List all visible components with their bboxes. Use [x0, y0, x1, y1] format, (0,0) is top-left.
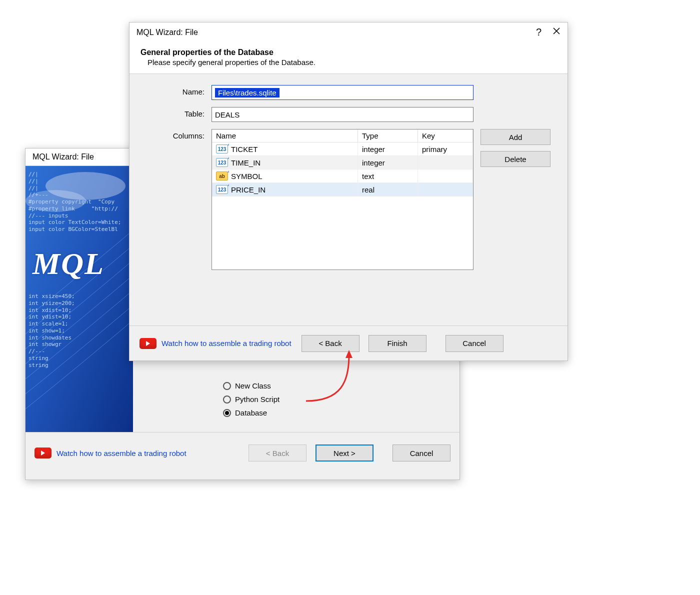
column-name: TIME_IN	[231, 158, 260, 167]
window-title: MQL Wizard: File	[136, 28, 536, 37]
template-radio-option[interactable]: New Class	[223, 382, 280, 390]
template-radio-option[interactable]: Database	[223, 408, 280, 417]
finish-button[interactable]: Finish	[368, 335, 426, 352]
name-input-value: Files\trades.sqlite	[215, 88, 280, 98]
template-radio-option[interactable]: Python Script	[223, 395, 280, 404]
header-subtitle: Please specify general properties of the…	[148, 58, 556, 66]
columns-table[interactable]: Name Type Key 123 TICKET integer primary…	[212, 129, 474, 270]
radio-label: Python Script	[235, 395, 280, 404]
column-type-icon: ab	[216, 172, 228, 180]
help-icon[interactable]: ?	[536, 26, 542, 38]
col-header-type[interactable]: Type	[358, 130, 418, 142]
next-button[interactable]: Next >	[316, 444, 374, 462]
add-column-button[interactable]: Add	[480, 129, 550, 145]
column-type: integer	[362, 145, 385, 154]
column-type: text	[362, 172, 374, 180]
youtube-icon[interactable]	[34, 448, 52, 458]
watch-video-link[interactable]: Watch how to assemble a trading robot	[162, 339, 292, 348]
radio-icon	[223, 409, 231, 417]
table-label: Table:	[134, 107, 204, 118]
titlebar: MQL Wizard: File ?	[130, 22, 568, 42]
radio-icon	[223, 382, 231, 390]
columns-label: Columns:	[134, 129, 204, 140]
wizard-dialog-front: MQL Wizard: File ? General properties of…	[129, 22, 568, 361]
column-type-icon: 123	[216, 144, 228, 154]
column-row[interactable]: ab SYMBOL text	[212, 170, 473, 183]
youtube-icon[interactable]	[140, 338, 156, 349]
wizard-header: General properties of the Database Pleas…	[130, 42, 568, 74]
column-type-icon: 123	[216, 185, 228, 194]
back-button[interactable]: < Back	[302, 335, 360, 352]
column-name: SYMBOL	[231, 172, 262, 180]
column-row[interactable]: 123 TIME_IN integer	[212, 156, 473, 170]
column-type-icon: 123	[216, 158, 228, 167]
watch-video-link[interactable]: Watch how to assemble a trading robot	[56, 449, 186, 458]
column-type: integer	[362, 158, 385, 167]
col-header-name[interactable]: Name	[212, 130, 358, 142]
wizard-side-banner: //|//|//|//+---#property copyright "Copy…	[26, 166, 133, 432]
table-input[interactable]: DEALS	[212, 107, 474, 122]
dialog-footer: Watch how to assemble a trading robot < …	[26, 432, 460, 474]
mql-logo-text: MQL	[32, 246, 104, 282]
col-header-key[interactable]: Key	[418, 130, 473, 142]
close-icon[interactable]	[552, 27, 560, 38]
dialog-footer: Watch how to assemble a trading robot < …	[130, 326, 568, 360]
name-input[interactable]: Files\trades.sqlite	[212, 85, 474, 100]
radio-icon	[223, 396, 231, 404]
column-name: TICKET	[231, 145, 258, 154]
radio-label: New Class	[235, 382, 271, 390]
cancel-button[interactable]: Cancel	[392, 444, 450, 462]
column-row[interactable]: 123 PRICE_IN real	[212, 183, 473, 196]
cancel-button[interactable]: Cancel	[446, 335, 504, 352]
table-input-value: DEALS	[215, 110, 240, 119]
delete-column-button[interactable]: Delete	[480, 151, 550, 167]
radio-label: Database	[235, 408, 267, 417]
column-row[interactable]: 123 TICKET integer primary	[212, 142, 473, 156]
column-name: PRICE_IN	[231, 186, 266, 194]
column-key: primary	[422, 145, 447, 154]
name-label: Name:	[134, 85, 204, 96]
header-title: General properties of the Database	[140, 48, 556, 57]
column-type: real	[362, 186, 374, 194]
back-button: < Back	[248, 444, 306, 462]
columns-header-row: Name Type Key	[212, 130, 473, 142]
